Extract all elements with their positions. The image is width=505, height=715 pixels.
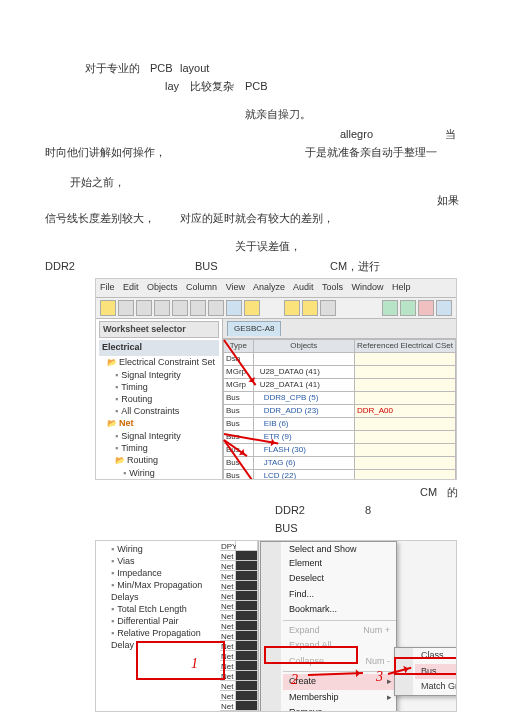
text: CM，进行 (330, 258, 380, 275)
worksheet-selector-tree[interactable]: Worksheet selector Electrical Electrical… (96, 319, 223, 481)
text: DDR2 (45, 258, 75, 275)
text: PCB (150, 60, 173, 77)
table-row[interactable]: Dsn (224, 352, 456, 365)
toolbar (96, 298, 456, 319)
toolbar-icon[interactable] (226, 300, 242, 316)
tree-item[interactable]: Wiring (123, 467, 219, 479)
tree-item[interactable]: Relative Propagation Delay (111, 627, 219, 651)
text: 关于误差值， (235, 238, 301, 255)
text: 当 (445, 126, 456, 143)
menu-column[interactable]: Column (186, 282, 217, 292)
constraint-manager-screenshot-2: Wiring Vias Impedance Min/Max Propagatio… (95, 540, 457, 712)
text: 开始之前， (70, 174, 125, 191)
tree-item[interactable]: Total Etch Length (111, 603, 219, 615)
text: PCB (245, 78, 268, 95)
text: layout (180, 60, 209, 77)
toolbar-icon[interactable] (244, 300, 260, 316)
toolbar-icon[interactable] (190, 300, 206, 316)
text: 对于专业的 (85, 60, 140, 77)
tree-item[interactable]: Routing (115, 393, 219, 405)
tree-panel[interactable]: Wiring Vias Impedance Min/Max Propagatio… (96, 541, 223, 711)
tree-item[interactable]: All Constraints (115, 405, 219, 417)
tree-item[interactable]: Vias (123, 479, 219, 481)
toolbar-icon[interactable] (418, 300, 434, 316)
tree-item[interactable]: Signal Integrity (115, 369, 219, 381)
toolbar-icon[interactable] (100, 300, 116, 316)
annotation-label-3: 3 (376, 666, 383, 687)
create-submenu[interactable]: Class...Bus...Match Group... (394, 647, 457, 696)
context-menu-item[interactable]: Deselect (283, 571, 396, 587)
submenu-item[interactable]: Match Group... (415, 679, 457, 695)
table-row[interactable]: MGrpU28_DATA1 (41) (224, 378, 456, 391)
tree-routing[interactable]: Routing (115, 454, 219, 467)
context-menu-item[interactable]: Find... (283, 587, 396, 603)
toolbar-icon[interactable] (436, 300, 452, 316)
tree-net[interactable]: Net (107, 417, 219, 430)
context-menu-item[interactable]: Bookmark... (283, 602, 396, 618)
table-row[interactable]: BusDDR8_CPB (5) (224, 391, 456, 404)
grid-tab[interactable]: GESBC-A8 (227, 321, 281, 336)
menu-analyze[interactable]: Analyze (253, 282, 285, 292)
table-row[interactable]: BusJTAG (6) (224, 456, 456, 469)
table-row[interactable]: BusEIB (6) (224, 417, 456, 430)
tree-item[interactable]: Differential Pair (111, 615, 219, 627)
tree-item[interactable]: Min/Max Propagation Delays (111, 579, 219, 603)
tree-root[interactable]: Electrical (99, 340, 219, 356)
menu-view[interactable]: View (226, 282, 245, 292)
table-row[interactable]: MGrpU28_DATA0 (41) (224, 365, 456, 378)
tree-title: Worksheet selector (99, 321, 219, 339)
tree-item[interactable]: Wiring (111, 543, 219, 555)
col-ref: Referenced Electrical CSet (354, 339, 455, 352)
text: CM (420, 484, 437, 501)
constraint-manager-screenshot-1: File Edit Objects Column View Analyze Au… (95, 278, 457, 480)
context-menu-item: ExpandNum + (283, 623, 396, 639)
text: 8 (365, 502, 371, 519)
table-row[interactable]: BusDDR_ADD (23)DDR_A00 (224, 404, 456, 417)
text: BUS (195, 258, 218, 275)
menu-help[interactable]: Help (392, 282, 411, 292)
menu-edit[interactable]: Edit (123, 282, 139, 292)
menu-tools[interactable]: Tools (322, 282, 343, 292)
menu-window[interactable]: Window (351, 282, 383, 292)
tree-item[interactable]: Timing (115, 381, 219, 393)
context-menu-item: Expand All (283, 638, 396, 654)
toolbar-icon[interactable] (154, 300, 170, 316)
text: 比较复杂 (190, 78, 234, 95)
menu-audit[interactable]: Audit (293, 282, 314, 292)
text: 时向他们讲解如何操作， (45, 144, 166, 161)
toolbar-icon[interactable] (172, 300, 188, 316)
tree-item[interactable]: Vias (111, 555, 219, 567)
context-menu-item[interactable]: Select and Show Element (283, 542, 396, 571)
table-row[interactable]: BusLCD (22) (224, 469, 456, 480)
toolbar-icon[interactable] (382, 300, 398, 316)
toolbar-icon[interactable] (320, 300, 336, 316)
tree-item[interactable]: Timing (115, 442, 219, 454)
menubar[interactable]: File Edit Objects Column View Analyze Au… (96, 279, 456, 298)
context-menu-item[interactable]: Membership (283, 690, 396, 706)
text: 对应的延时就会有较大的差别， (180, 210, 334, 227)
context-menu-item[interactable]: Remove (283, 705, 396, 712)
toolbar-icon[interactable] (136, 300, 152, 316)
menu-file[interactable]: File (100, 282, 115, 292)
text: BUS (275, 520, 298, 537)
tree-item[interactable]: Impedance (111, 567, 219, 579)
constraint-grid[interactable]: GESBC-A8 Type Objects Referenced Electri… (223, 319, 456, 481)
net-column[interactable]: DPYNetNetNetNetNetNetNetNetNetNetNetNetN… (220, 541, 259, 711)
toolbar-icon[interactable] (302, 300, 318, 316)
menu-objects[interactable]: Objects (147, 282, 178, 292)
table-row[interactable]: BusFLASH (30) (224, 443, 456, 456)
toolbar-icon[interactable] (208, 300, 224, 316)
toolbar-icon[interactable] (400, 300, 416, 316)
text: DDR2 (275, 502, 305, 519)
submenu-item[interactable]: Class... (415, 648, 457, 664)
toolbar-icon[interactable] (284, 300, 300, 316)
text: allegro (340, 126, 373, 143)
toolbar-icon[interactable] (118, 300, 134, 316)
annotation-label-2: 2 (291, 669, 298, 690)
tree-item[interactable]: Signal Integrity (115, 430, 219, 442)
tree-ecs[interactable]: Electrical Constraint Set (107, 356, 219, 369)
submenu-item[interactable]: Bus... (415, 664, 457, 680)
text: 就亲自操刀。 (245, 106, 311, 123)
text: 信号线长度差别较大， (45, 210, 155, 227)
col-objects: Objects (253, 339, 354, 352)
